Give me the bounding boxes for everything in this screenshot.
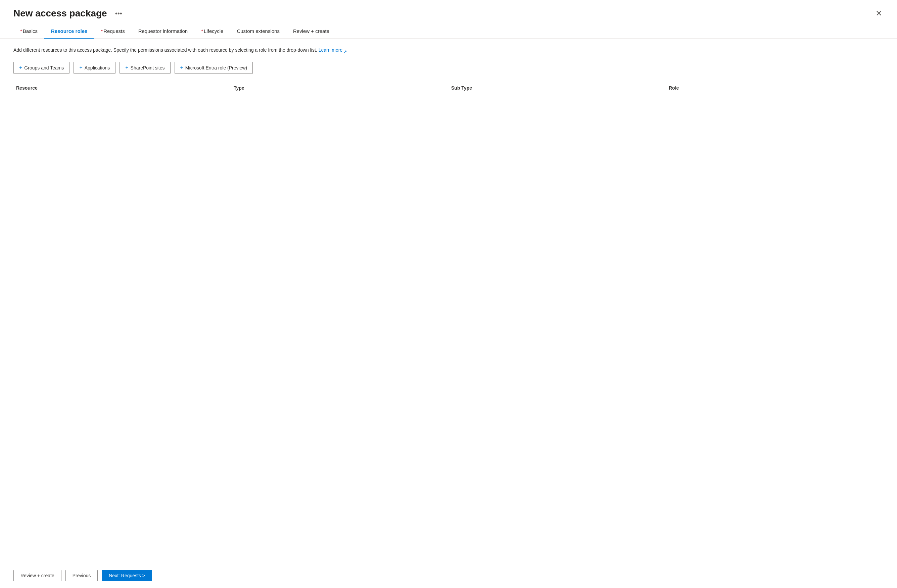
header-left: New access package ••• bbox=[14, 8, 125, 19]
applications-button[interactable]: + Applications bbox=[73, 62, 115, 74]
tab-requestor-information[interactable]: Requestor information bbox=[132, 24, 195, 38]
tab-basics[interactable]: *Basics bbox=[14, 24, 44, 38]
table-header: Resource Type Sub Type Role bbox=[14, 82, 883, 94]
close-icon: ✕ bbox=[876, 9, 882, 18]
learn-more-link[interactable]: Learn more↗ bbox=[318, 47, 347, 53]
content-area: Add different resources to this access p… bbox=[0, 38, 897, 563]
tab-custom-extensions[interactable]: Custom extensions bbox=[230, 24, 286, 38]
review-create-footer-button[interactable]: Review + create bbox=[14, 570, 61, 581]
tabs-navigation: *Basics Resource roles *Requests Request… bbox=[0, 24, 897, 38]
column-resource: Resource bbox=[14, 85, 231, 91]
column-type: Type bbox=[231, 85, 448, 91]
next-requests-button[interactable]: Next: Requests > bbox=[102, 570, 152, 581]
description-text: Add different resources to this access p… bbox=[14, 47, 883, 54]
groups-teams-label: Groups and Teams bbox=[24, 65, 64, 70]
footer-bar: Review + create Previous Next: Requests … bbox=[0, 563, 897, 588]
applications-label: Applications bbox=[84, 65, 110, 70]
table-body bbox=[14, 94, 883, 229]
plus-icon-applications: + bbox=[79, 65, 82, 71]
action-buttons-group: + Groups and Teams + Applications + Shar… bbox=[14, 62, 883, 74]
page-title: New access package bbox=[14, 8, 107, 19]
more-options-button[interactable]: ••• bbox=[112, 8, 125, 19]
tab-review-create[interactable]: Review + create bbox=[286, 24, 336, 38]
tab-requests[interactable]: *Requests bbox=[94, 24, 131, 38]
column-role: Role bbox=[666, 85, 883, 91]
previous-button[interactable]: Previous bbox=[66, 570, 98, 581]
plus-icon-entra: + bbox=[180, 65, 183, 71]
microsoft-entra-role-label: Microsoft Entra role (Preview) bbox=[185, 65, 247, 70]
plus-icon-groups: + bbox=[19, 65, 22, 71]
required-star-lifecycle: * bbox=[201, 28, 203, 34]
more-options-icon: ••• bbox=[115, 10, 122, 17]
resource-roles-table: Resource Type Sub Type Role bbox=[14, 82, 883, 229]
column-sub-type: Sub Type bbox=[448, 85, 666, 91]
microsoft-entra-role-button[interactable]: + Microsoft Entra role (Preview) bbox=[175, 62, 253, 74]
tab-lifecycle[interactable]: *Lifecycle bbox=[194, 24, 230, 38]
plus-icon-sharepoint: + bbox=[125, 65, 128, 71]
page-container: New access package ••• ✕ *Basics Resourc… bbox=[0, 0, 897, 588]
tab-resource-roles[interactable]: Resource roles bbox=[44, 24, 94, 38]
groups-teams-button[interactable]: + Groups and Teams bbox=[14, 62, 69, 74]
close-button[interactable]: ✕ bbox=[874, 8, 883, 19]
required-star-requests: * bbox=[101, 28, 103, 34]
sharepoint-sites-button[interactable]: + SharePoint sites bbox=[119, 62, 170, 74]
header: New access package ••• ✕ bbox=[0, 0, 897, 24]
external-link-icon: ↗ bbox=[343, 48, 347, 52]
required-star: * bbox=[20, 28, 22, 34]
sharepoint-sites-label: SharePoint sites bbox=[130, 65, 165, 70]
